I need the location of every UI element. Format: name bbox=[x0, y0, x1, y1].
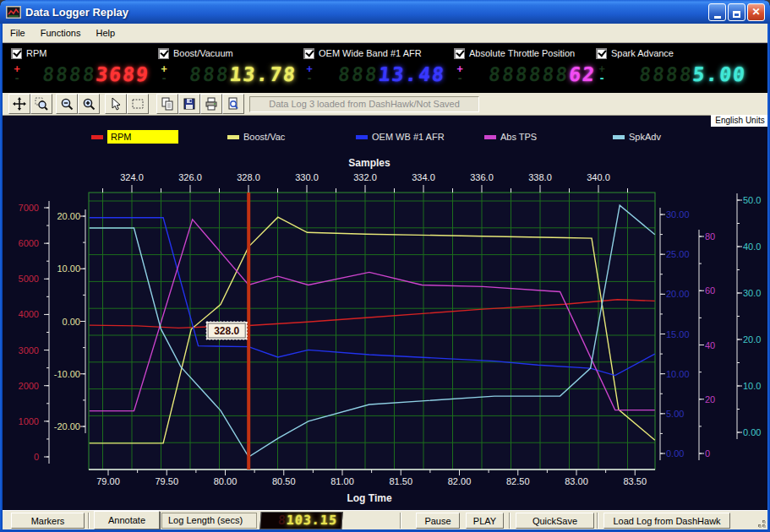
channel-checkbox[interactable] bbox=[11, 48, 22, 59]
close-icon: ✕ bbox=[751, 6, 760, 18]
zoom-window-button[interactable] bbox=[30, 94, 52, 114]
axis-label: 80.50 bbox=[272, 476, 296, 486]
load-log-button[interactable]: Load Log from DashHawk bbox=[603, 513, 730, 529]
app-icon bbox=[6, 6, 21, 19]
axis-label: 20.00 bbox=[57, 211, 80, 221]
axis-label: -10.00 bbox=[54, 369, 80, 379]
axis-label: 7000 bbox=[19, 203, 39, 213]
axis-label: 10.00 bbox=[666, 369, 690, 379]
legend-label: RPM bbox=[107, 130, 178, 144]
minus-indicator: - bbox=[14, 74, 19, 84]
led-display: + - 88888862 bbox=[454, 62, 599, 87]
separator bbox=[597, 513, 598, 529]
led-display: + - 88885.00 bbox=[596, 62, 750, 87]
zoom-out-button[interactable] bbox=[56, 94, 78, 114]
legend-swatch bbox=[484, 135, 496, 139]
app-window: Data Logger Replay ✕ File Functions Help… bbox=[0, 0, 770, 532]
channel-4: Spark Advance + - 88885.00 bbox=[596, 46, 750, 90]
menu-file[interactable]: File bbox=[3, 25, 33, 41]
axis-label: 40.0 bbox=[743, 242, 761, 252]
maximize-button[interactable] bbox=[728, 3, 745, 21]
axis-label: 20 bbox=[705, 394, 715, 404]
annotate-button[interactable]: Annotate bbox=[94, 511, 160, 529]
resize-grip[interactable] bbox=[754, 516, 766, 528]
channel-label: RPM bbox=[26, 48, 46, 58]
axis-label: 324.0 bbox=[120, 172, 144, 182]
axis-label: 330.0 bbox=[295, 172, 319, 182]
channel-checkbox[interactable] bbox=[158, 48, 169, 59]
legend-swatch bbox=[356, 135, 368, 139]
pan-button[interactable] bbox=[8, 94, 30, 114]
separator bbox=[88, 513, 90, 529]
legend-item-0[interactable]: RPM bbox=[91, 128, 178, 145]
channel-label: Boost/Vacuum bbox=[173, 48, 233, 58]
menu-functions[interactable]: Functions bbox=[33, 25, 89, 41]
save-icon bbox=[182, 97, 197, 111]
print-preview-button[interactable] bbox=[222, 94, 244, 114]
led-display: + - 88813.78 bbox=[158, 62, 300, 87]
led-value: 13.78 bbox=[228, 63, 298, 85]
pause-button[interactable]: Pause bbox=[416, 513, 460, 529]
save-button[interactable] bbox=[178, 94, 200, 114]
axis-label: 40 bbox=[705, 340, 715, 350]
led-ghost-digits: 888 bbox=[337, 63, 380, 85]
zoom-in-icon bbox=[81, 97, 96, 111]
axis-label: 340.0 bbox=[587, 172, 610, 182]
select-region-button[interactable] bbox=[127, 94, 149, 114]
play-button[interactable]: PLAY bbox=[466, 513, 504, 529]
channel-1: Boost/Vacuum + - 88813.78 bbox=[158, 46, 300, 90]
separator bbox=[509, 513, 511, 529]
axis-label: 5000 bbox=[19, 274, 39, 284]
pan-icon bbox=[12, 97, 27, 111]
legend-swatch bbox=[91, 135, 103, 139]
legend-item-3[interactable]: Abs TPS bbox=[484, 128, 537, 145]
separator bbox=[400, 513, 401, 529]
chart-cursor-label: 328.0 bbox=[214, 325, 239, 337]
status-message: Data Log 3 loaded from DashHawk/Not Save… bbox=[249, 96, 479, 112]
copy-button[interactable] bbox=[156, 94, 178, 114]
log-length-display: 8103.15 bbox=[259, 512, 342, 529]
window-title: Data Logger Replay bbox=[25, 6, 128, 19]
time-axis-title: Log Time bbox=[347, 492, 391, 504]
channel-label: OEM Wide Band #1 AFR bbox=[319, 48, 422, 58]
zoom-in-button[interactable] bbox=[78, 94, 100, 114]
zoom-window-icon bbox=[34, 97, 49, 111]
led-value: 62 bbox=[568, 63, 597, 85]
quicksave-button[interactable]: QuickSave bbox=[516, 513, 594, 529]
axis-label: 0.00 bbox=[743, 427, 761, 437]
legend-item-2[interactable]: OEM WB #1 AFR bbox=[356, 128, 445, 145]
axis-label: 0 bbox=[34, 452, 39, 462]
minimize-icon bbox=[714, 16, 721, 19]
cursor-tool-button[interactable] bbox=[105, 94, 127, 114]
print-button[interactable] bbox=[200, 94, 222, 114]
led-ghost-digits: 8888 bbox=[638, 63, 694, 85]
channel-0: RPM + - 88883689 bbox=[11, 46, 153, 90]
channel-checkbox[interactable] bbox=[303, 48, 314, 59]
chart: 7000600050004000300020001000020.0010.000… bbox=[3, 116, 767, 510]
axis-label: 79.50 bbox=[155, 476, 178, 486]
chart-legend: RPM Boost/Vac OEM WB #1 AFR Abs TPS SpkA… bbox=[0, 128, 770, 145]
minus-indicator: - bbox=[598, 74, 604, 84]
legend-swatch bbox=[227, 135, 239, 139]
axis-label: 338.0 bbox=[528, 172, 552, 182]
legend-item-1[interactable]: Boost/Vac bbox=[227, 128, 285, 145]
minimize-button[interactable] bbox=[708, 3, 726, 21]
axis-label: 2000 bbox=[19, 381, 39, 391]
axis-label: 80 bbox=[705, 231, 715, 242]
led-value: 3689 bbox=[95, 63, 150, 85]
menu-help[interactable]: Help bbox=[88, 25, 123, 41]
legend-label: Abs TPS bbox=[500, 132, 537, 142]
channel-checkbox[interactable] bbox=[596, 48, 607, 59]
channel-checkbox[interactable] bbox=[454, 48, 465, 59]
axis-label: 5.00 bbox=[666, 409, 684, 419]
axis-label: 83.50 bbox=[623, 476, 647, 486]
axis-label: 20.00 bbox=[666, 289, 690, 299]
axis-label: 81.00 bbox=[330, 476, 354, 486]
markers-button[interactable]: Markers bbox=[11, 513, 85, 529]
close-button[interactable]: ✕ bbox=[747, 3, 765, 21]
print-preview-icon bbox=[226, 97, 241, 111]
legend-item-4[interactable]: SpkAdv bbox=[613, 128, 661, 145]
led-value: 5.00 bbox=[691, 63, 747, 85]
restore-icon bbox=[733, 11, 740, 18]
title-bar[interactable]: Data Logger Replay ✕ bbox=[0, 0, 770, 24]
